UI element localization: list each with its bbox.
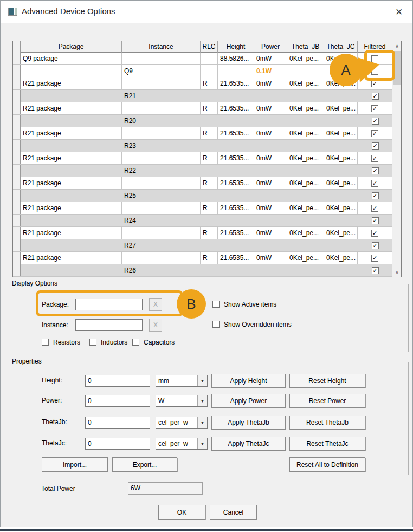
- filtered-checkbox[interactable]: ✓: [371, 155, 378, 162]
- instance-filter-input[interactable]: [75, 319, 143, 331]
- column-header-power[interactable]: Power: [254, 41, 287, 53]
- dialog-title: Advanced Device Options: [22, 7, 115, 16]
- column-header-theta_jb[interactable]: Theta_JB: [287, 41, 324, 53]
- display-options-legend: Display Options: [10, 280, 60, 287]
- row-header[interactable]: [13, 152, 21, 164]
- thetajb-unit-value: cel_per_w: [158, 417, 188, 428]
- filtered-checkbox[interactable]: ✓: [371, 130, 378, 137]
- show-active-checkbox[interactable]: [212, 301, 220, 308]
- height-unit-select[interactable]: mm▼: [156, 375, 208, 387]
- capacitors-checkbox[interactable]: [132, 339, 139, 346]
- power-input[interactable]: [85, 395, 150, 407]
- thetajc-unit-select[interactable]: cel_per_w▼: [156, 438, 208, 450]
- row-header[interactable]: [13, 102, 21, 114]
- import-button[interactable]: Import...: [42, 457, 108, 472]
- cell-instance: [122, 177, 201, 189]
- apply-thetajb-button[interactable]: Apply ThetaJb: [211, 416, 286, 430]
- show-overridden-checkbox[interactable]: [212, 321, 220, 328]
- thetajb-unit-select[interactable]: cel_per_w▼: [156, 417, 208, 429]
- inductors-checkbox[interactable]: [89, 339, 96, 346]
- filtered-checkbox[interactable]: ✓: [372, 242, 379, 249]
- row-header[interactable]: [13, 227, 21, 239]
- row-header[interactable]: [13, 77, 21, 89]
- thetajc-input[interactable]: [85, 438, 150, 450]
- table-row[interactable]: R21 packageR21.6535...0mW0Kel_pe...0Kel_…: [13, 227, 392, 239]
- filtered-checkbox[interactable]: ✓: [371, 230, 378, 237]
- chevron-down-icon[interactable]: ▼: [197, 375, 207, 386]
- row-header[interactable]: [13, 215, 21, 226]
- cell-package: [21, 239, 122, 251]
- column-header-height[interactable]: Height: [218, 41, 254, 53]
- table-row[interactable]: R21 packageR21.6535...0mW0Kel_pe...0Kel_…: [13, 127, 392, 140]
- row-header[interactable]: [13, 65, 21, 77]
- filtered-checkbox[interactable]: ✓: [371, 105, 378, 112]
- table-row[interactable]: R26✓: [13, 264, 392, 277]
- row-header[interactable]: [13, 53, 21, 64]
- column-header-package[interactable]: Package: [21, 41, 122, 53]
- filtered-checkbox[interactable]: ✓: [371, 255, 378, 262]
- close-icon[interactable]: ✕: [391, 4, 407, 20]
- chevron-down-icon[interactable]: ▼: [197, 395, 207, 406]
- row-header[interactable]: [13, 115, 21, 127]
- table-row[interactable]: R25✓: [13, 190, 392, 202]
- table-row[interactable]: R21 packageR21.6535...0mW0Kel_pe...0Kel_…: [13, 202, 392, 215]
- reset-power-button[interactable]: Reset Power: [289, 394, 365, 408]
- table-row[interactable]: R27✓: [13, 239, 392, 252]
- ok-button[interactable]: OK: [158, 505, 205, 520]
- reset-thetajb-button[interactable]: Reset ThetaJb: [289, 416, 365, 430]
- row-header[interactable]: [13, 239, 21, 251]
- filtered-checkbox[interactable]: ✓: [372, 192, 379, 199]
- table-row[interactable]: R21 packageR21.6535...0mW0Kel_pe...0Kel_…: [13, 102, 392, 115]
- apply-height-button[interactable]: Apply Height: [211, 374, 286, 388]
- cell-filtered: ✓: [358, 264, 392, 276]
- row-header[interactable]: [13, 90, 21, 102]
- cell-rlc: R: [201, 227, 218, 239]
- row-header[interactable]: [13, 202, 21, 214]
- row-header[interactable]: [13, 140, 21, 152]
- table-row[interactable]: R22✓: [13, 165, 392, 177]
- reset-height-button[interactable]: Reset Height: [289, 374, 365, 388]
- table-row[interactable]: R20✓: [13, 115, 392, 127]
- power-unit-select[interactable]: W▼: [156, 395, 208, 407]
- row-header[interactable]: [13, 165, 21, 177]
- table-row[interactable]: R24✓: [13, 215, 392, 227]
- thetajc-unit-value: cel_per_w: [158, 438, 188, 449]
- cell-power: [254, 165, 287, 177]
- table-row[interactable]: R21 packageR21.6535...0mW0Kel_pe...0Kel_…: [13, 252, 392, 264]
- table-row[interactable]: R21✓: [13, 90, 392, 102]
- height-input[interactable]: [85, 375, 150, 387]
- scrollbar-up-icon[interactable]: ∧: [392, 41, 402, 50]
- table-row[interactable]: R21 packageR21.6535...0mW0Kel_pe...0Kel_…: [13, 152, 392, 165]
- filtered-checkbox[interactable]: ✓: [372, 93, 379, 100]
- column-header-theta_jc[interactable]: Theta_JC: [324, 41, 358, 53]
- resistors-checkbox[interactable]: [42, 339, 49, 346]
- apply-power-button[interactable]: Apply Power: [211, 394, 286, 408]
- table-row[interactable]: R23✓: [13, 140, 392, 152]
- row-header[interactable]: [13, 190, 21, 202]
- chevron-down-icon[interactable]: ▼: [197, 438, 207, 449]
- column-header-instance[interactable]: Instance: [122, 41, 201, 53]
- row-header[interactable]: [13, 252, 21, 264]
- row-header[interactable]: [13, 177, 21, 189]
- chevron-down-icon[interactable]: ▼: [197, 417, 207, 428]
- height-unit-value: mm: [158, 375, 169, 386]
- filtered-checkbox[interactable]: ✓: [372, 118, 379, 125]
- filtered-checkbox[interactable]: ✓: [372, 267, 379, 274]
- export-button[interactable]: Export...: [112, 457, 177, 472]
- filtered-checkbox[interactable]: ✓: [372, 217, 379, 224]
- apply-thetajc-button[interactable]: Apply ThetaJc: [211, 437, 286, 451]
- thetajb-input[interactable]: [85, 417, 150, 429]
- filtered-checkbox[interactable]: ✓: [371, 180, 378, 187]
- table-row[interactable]: R21 packageR21.6535...0mW0Kel_pe...0Kel_…: [13, 177, 392, 190]
- column-header-rlc[interactable]: RLC: [201, 41, 218, 53]
- cancel-button[interactable]: Cancel: [210, 505, 257, 520]
- scrollbar-down-icon[interactable]: ∨: [392, 268, 402, 277]
- filtered-checkbox[interactable]: ✓: [372, 142, 379, 150]
- filtered-checkbox[interactable]: ✓: [371, 205, 378, 212]
- reset-thetajc-button[interactable]: Reset ThetaJc: [289, 437, 365, 451]
- filtered-checkbox[interactable]: ✓: [372, 167, 379, 174]
- row-header[interactable]: [13, 127, 21, 139]
- instance-filter-clear-button[interactable]: X: [149, 319, 162, 332]
- row-header[interactable]: [13, 264, 21, 276]
- reset-all-button[interactable]: Reset All to Definition: [289, 457, 365, 472]
